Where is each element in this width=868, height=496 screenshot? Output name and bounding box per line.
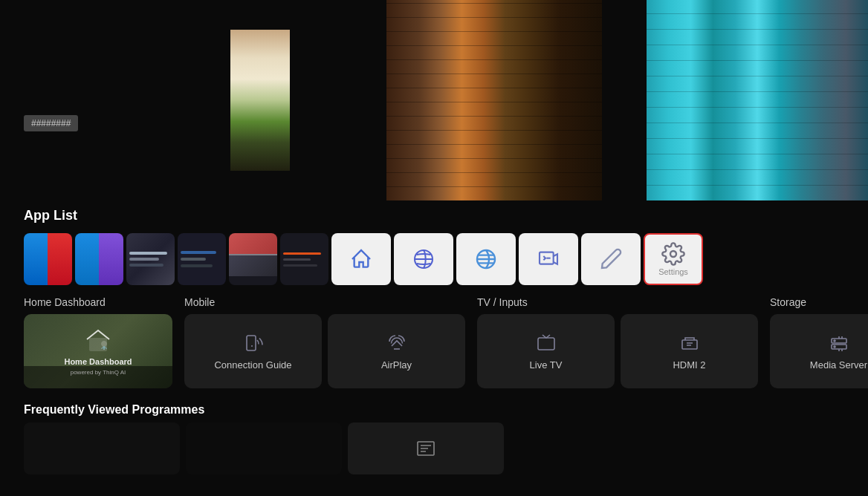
- app-tile-5[interactable]: [229, 233, 277, 285]
- media-icon-tile[interactable]: [519, 233, 578, 285]
- app-tile-3[interactable]: [126, 233, 175, 285]
- freq-tile-2[interactable]: [186, 422, 342, 474]
- mobile-label: Mobile: [184, 296, 465, 308]
- settings-label: Settings: [658, 267, 688, 276]
- home-dashboard-label: Home Dashboard: [24, 296, 172, 308]
- banner-image-3: [647, 0, 868, 200]
- live-tv-label: Live TV: [530, 359, 563, 371]
- apps-row: Settings: [0, 229, 868, 289]
- tv-input-tiles: Live TV HDMI 2: [477, 314, 758, 388]
- banner-left: ########: [0, 0, 230, 200]
- tv-inputs-section: TV / Inputs Live TV HDMI 2: [477, 296, 758, 388]
- freq-label: Frequently Viewed Programmes: [24, 397, 844, 417]
- banner-image-1: [230, 30, 290, 171]
- settings-icon-tile[interactable]: Settings: [644, 233, 703, 285]
- banner-label: ########: [24, 115, 78, 131]
- hdmi2-tile[interactable]: HDMI 2: [621, 314, 758, 388]
- globe-icon-tile[interactable]: [456, 233, 516, 285]
- media-server-tile[interactable]: Media Server: [770, 314, 868, 388]
- connection-guide-tile[interactable]: Connection Guide: [184, 314, 322, 388]
- home-dashboard-tile[interactable]: Home Dashboard powered by ThinQ AI: [24, 314, 172, 388]
- svg-point-3: [670, 251, 676, 257]
- top-banner: ########: [0, 0, 868, 200]
- storage-section: Storage Media Server: [770, 296, 868, 388]
- mobile-tiles: Connection Guide AirPlay: [184, 314, 465, 388]
- app-tile-2[interactable]: [75, 233, 123, 285]
- mobile-section: Mobile Connection Guide: [184, 296, 465, 388]
- media-server-label: Media Server: [810, 359, 867, 371]
- app-tile-6[interactable]: [280, 233, 328, 285]
- sports-icon-tile[interactable]: [394, 233, 453, 285]
- home-dash-tile-label: Home Dashboard: [64, 357, 132, 366]
- storage-tiles: Media Server: [770, 314, 868, 388]
- airplay-tile[interactable]: AirPlay: [328, 314, 465, 388]
- svg-rect-6: [538, 338, 554, 350]
- svg-rect-5: [247, 336, 256, 350]
- tv-inputs-label: TV / Inputs: [477, 296, 758, 308]
- airplay-label: AirPlay: [381, 359, 412, 371]
- content-sections: Home Dashboard Home Dashboard: [0, 289, 868, 388]
- svg-rect-7: [682, 340, 697, 349]
- connection-guide-label: Connection Guide: [214, 359, 291, 371]
- home-dashboard-section: Home Dashboard Home Dashboard: [24, 296, 172, 388]
- home-dash-icon-area: [85, 327, 111, 354]
- banner-dark-mid2: [602, 0, 647, 200]
- freq-tile-1[interactable]: [24, 422, 180, 474]
- app-tile-4[interactable]: [178, 233, 226, 285]
- banner-image-2: [386, 0, 602, 200]
- freq-tiles-row: [24, 422, 844, 474]
- edit-icon-tile[interactable]: [581, 233, 641, 285]
- home-dash-tile-sub: powered by ThinQ AI: [71, 369, 126, 376]
- home-icon-tile[interactable]: [331, 233, 391, 285]
- freq-section: Frequently Viewed Programmes: [0, 388, 868, 474]
- banner-dark-mid: [290, 0, 386, 200]
- freq-tile-3[interactable]: [348, 422, 504, 474]
- hdmi2-label: HDMI 2: [673, 359, 705, 371]
- storage-label: Storage: [770, 296, 868, 308]
- svg-point-11: [834, 346, 835, 347]
- svg-point-10: [834, 340, 835, 342]
- live-tv-tile[interactable]: Live TV: [477, 314, 615, 388]
- app-tile-1[interactable]: [24, 233, 72, 285]
- home-dashboard-tiles: Home Dashboard powered by ThinQ AI: [24, 314, 172, 388]
- app-list-label: App List: [0, 200, 868, 229]
